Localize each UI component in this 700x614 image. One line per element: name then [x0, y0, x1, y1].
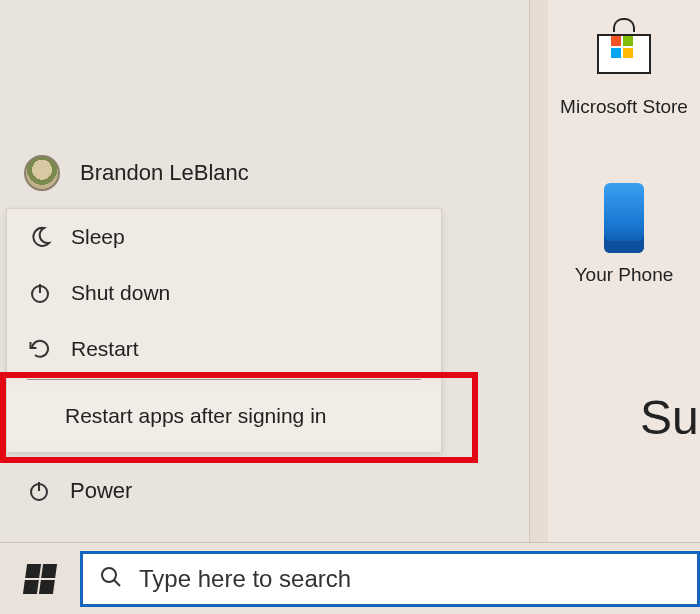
power-button[interactable]: Power	[26, 478, 132, 504]
start-tiles-region: Microsoft Store Your Phone Su	[548, 0, 700, 542]
start-button[interactable]	[0, 543, 80, 615]
search-icon	[99, 565, 123, 593]
moon-icon	[27, 224, 53, 250]
restart-apps-item[interactable]: Restart apps after signing in	[7, 386, 441, 446]
taskbar-search-box[interactable]: Type here to search	[80, 551, 700, 607]
power-label: Power	[70, 478, 132, 504]
power-icon	[27, 280, 53, 306]
tile-microsoft-store[interactable]: Microsoft Store	[558, 10, 690, 118]
phone-icon	[564, 178, 684, 258]
svg-point-4	[102, 568, 116, 582]
sleep-item[interactable]: Sleep	[7, 209, 441, 265]
restart-apps-label: Restart apps after signing in	[65, 404, 326, 428]
restart-label: Restart	[71, 337, 139, 361]
tile-label: Microsoft Store	[558, 96, 690, 118]
sleep-label: Sleep	[71, 225, 125, 249]
power-icon	[26, 478, 52, 504]
windows-logo-icon	[25, 564, 55, 594]
search-placeholder: Type here to search	[139, 565, 351, 593]
restart-item[interactable]: Restart	[7, 321, 441, 377]
user-name: Brandon LeBlanc	[80, 160, 249, 186]
menu-separator	[27, 379, 421, 380]
partial-tile-text: Su	[640, 390, 700, 470]
taskbar: Type here to search	[0, 542, 700, 614]
power-options-flyout: Sleep Shut down Restart Restart apps aft…	[6, 208, 442, 453]
start-menu-panel: Brandon LeBlanc Sleep Shut down Restart …	[0, 0, 530, 542]
user-account-row[interactable]: Brandon LeBlanc	[24, 155, 249, 191]
svg-line-5	[114, 580, 120, 586]
avatar	[24, 155, 60, 191]
store-icon	[564, 10, 684, 90]
tile-your-phone[interactable]: Your Phone	[558, 178, 690, 286]
shutdown-label: Shut down	[71, 281, 170, 305]
tile-label: Your Phone	[558, 264, 690, 286]
restart-icon	[27, 336, 53, 362]
shutdown-item[interactable]: Shut down	[7, 265, 441, 321]
